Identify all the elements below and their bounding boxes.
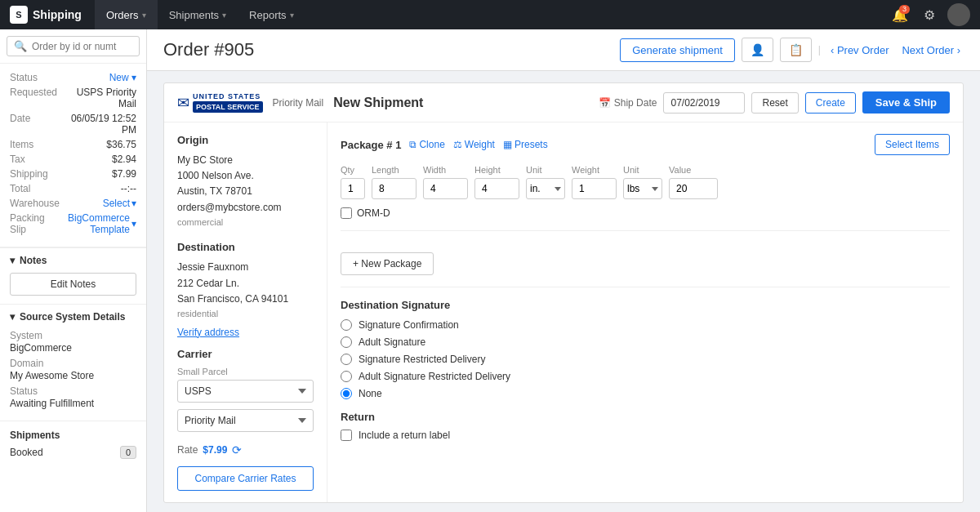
adult-sig-row: Adult Signature (341, 336, 950, 348)
weight-button[interactable]: ⚖ Weight (453, 139, 495, 150)
notes-section-header[interactable]: ▾ Notes (0, 247, 146, 273)
sidebar-search-area: 🔍 (0, 29, 146, 64)
compare-carrier-rates-button[interactable]: Compare Carrier Rates (177, 466, 314, 491)
select-items-button[interactable]: Select Items (875, 134, 950, 155)
requested-label: Requested (10, 87, 56, 98)
rate-label: Rate (177, 444, 198, 456)
nav-reports[interactable]: Reports ▾ (238, 0, 305, 29)
chevron-down-icon: ▾ (142, 11, 146, 20)
create-button[interactable]: Create (805, 92, 856, 114)
height-input[interactable] (474, 178, 519, 199)
verify-address-link[interactable]: Verify address (177, 327, 239, 338)
gear-icon: ⚙ (924, 7, 935, 23)
generate-shipment-button[interactable]: Generate shipment (620, 38, 735, 62)
user-avatar[interactable] (947, 3, 970, 26)
nav-orders[interactable]: Orders ▾ (95, 0, 158, 29)
length-input[interactable] (372, 178, 416, 199)
presets-icon: ▦ (503, 139, 512, 150)
sig-restricted-label: Signature Restricted Delivery (359, 354, 485, 365)
booked-row: Booked 0 (10, 446, 136, 459)
system-value: BigCommerce (10, 342, 72, 354)
weight-input[interactable] (572, 178, 617, 199)
chevron-down-icon: ▾ (222, 11, 226, 20)
sig-confirm-radio[interactable] (341, 319, 352, 331)
settings-button[interactable]: ⚙ (918, 3, 941, 26)
dest-sig-title: Destination Signature (341, 299, 950, 311)
new-package-button[interactable]: + New Package (341, 252, 434, 275)
weight-header: Weight (572, 165, 617, 175)
shipping-row: Shipping $7.99 (10, 168, 136, 180)
sig-confirm-row: Signature Confirmation (341, 319, 950, 331)
orm-checkbox[interactable] (341, 207, 352, 219)
system-label: System (10, 330, 42, 341)
search-input[interactable] (32, 41, 132, 52)
qty-input[interactable] (341, 178, 365, 199)
adult-sig-radio[interactable] (341, 336, 352, 348)
requested-row: Requested USPS Priority Mail (10, 87, 136, 109)
dest-address1: 212 Cedar Ln. (177, 276, 314, 292)
carrier-select[interactable]: USPS (177, 380, 314, 403)
weight-icon: ⚖ (453, 139, 462, 150)
refresh-icon[interactable]: ⟳ (232, 443, 242, 456)
search-icon: 🔍 (14, 40, 27, 52)
prev-order-button[interactable]: ‹ Prev Order (827, 41, 893, 60)
destination-title: Destination (177, 241, 314, 253)
date-label: Date (10, 113, 55, 124)
none-row: None (341, 388, 950, 399)
packing-slip-value[interactable]: BigCommerce Template ▾ (55, 212, 136, 235)
status-label: Status (10, 72, 55, 83)
edit-notes-button[interactable]: Edit Notes (10, 273, 136, 296)
adult-sig-restricted-row: Adult Signature Restricted Delivery (341, 371, 950, 382)
notifications-button[interactable]: 🔔 3 (889, 3, 911, 26)
nav-items: Orders ▾ Shipments ▾ Reports ▾ (95, 0, 889, 29)
width-input[interactable] (423, 178, 468, 199)
left-column: Origin My BC Store 1000 Nelson Ave. Aust… (164, 122, 327, 502)
sig-restricted-row: Signature Restricted Delivery (341, 354, 950, 365)
none-radio[interactable] (341, 388, 352, 399)
sig-restricted-radio[interactable] (341, 354, 352, 365)
unit2-header: Unit (623, 165, 662, 175)
weight-unit-select[interactable]: lbs (623, 178, 662, 199)
adult-sig-restricted-radio[interactable] (341, 371, 352, 382)
service-select[interactable]: Priority Mail (177, 409, 314, 432)
destination-address: Jessie Fauxnom 212 Cedar Ln. San Francis… (177, 260, 314, 321)
booked-count: 0 (120, 446, 136, 459)
next-order-button[interactable]: Next Order › (898, 41, 964, 60)
nav-shipments[interactable]: Shipments ▾ (158, 0, 238, 29)
dest-type: residential (177, 307, 314, 322)
origin-city-state: Austin, TX 78701 (177, 184, 314, 199)
sig-confirm-label: Signature Confirmation (359, 319, 459, 331)
ship-date-label: 📅 Ship Date (599, 97, 657, 109)
status-row: Status New ▾ (10, 72, 136, 83)
list-icon-button[interactable]: 📋 (780, 38, 812, 62)
calendar-icon: 📅 (599, 97, 611, 109)
value-input[interactable] (669, 178, 718, 199)
carrier-section: Carrier Small Parcel USPS Priority Mail … (177, 348, 314, 491)
items-value: $36.75 (106, 139, 136, 150)
source-system-header[interactable]: ▾ Source System Details (0, 304, 146, 329)
person-icon-button[interactable]: 👤 (742, 38, 773, 62)
presets-button[interactable]: ▦ Presets (503, 139, 548, 150)
warehouse-value[interactable]: Select ▾ (103, 198, 136, 209)
sidebar: 🔍 Status New ▾ Requested USPS Priority M… (0, 29, 147, 512)
clone-button[interactable]: ⧉ Clone (409, 139, 444, 150)
package-header: Package # 1 ⧉ Clone ⚖ Weight ▦ (341, 134, 950, 155)
shipping-label: Shipping (10, 168, 55, 180)
domain-row: Domain My Awesome Store (10, 357, 136, 381)
status-value[interactable]: New ▾ (109, 72, 136, 83)
orm-label: ORM-D (357, 207, 390, 219)
items-row: Items $36.75 (10, 139, 136, 150)
origin-address1: 1000 Nelson Ave. (177, 168, 314, 184)
clone-icon: ⧉ (409, 139, 416, 150)
requested-value: USPS Priority Mail (56, 87, 136, 109)
reset-button[interactable]: Reset (751, 92, 798, 114)
ship-date-input[interactable] (663, 92, 745, 114)
status2-value: Awaiting Fulfillment (10, 398, 94, 409)
notes-section-body: Edit Notes (0, 273, 146, 304)
carrier-service-label: Priority Mail (273, 97, 324, 109)
return-label-checkbox[interactable] (341, 430, 352, 441)
unit-select[interactable]: in. (526, 178, 565, 199)
save-ship-button[interactable]: Save & Ship (862, 91, 950, 114)
shipment-type-label: New Shipment (333, 96, 589, 110)
app-title: Shipping (33, 8, 82, 21)
